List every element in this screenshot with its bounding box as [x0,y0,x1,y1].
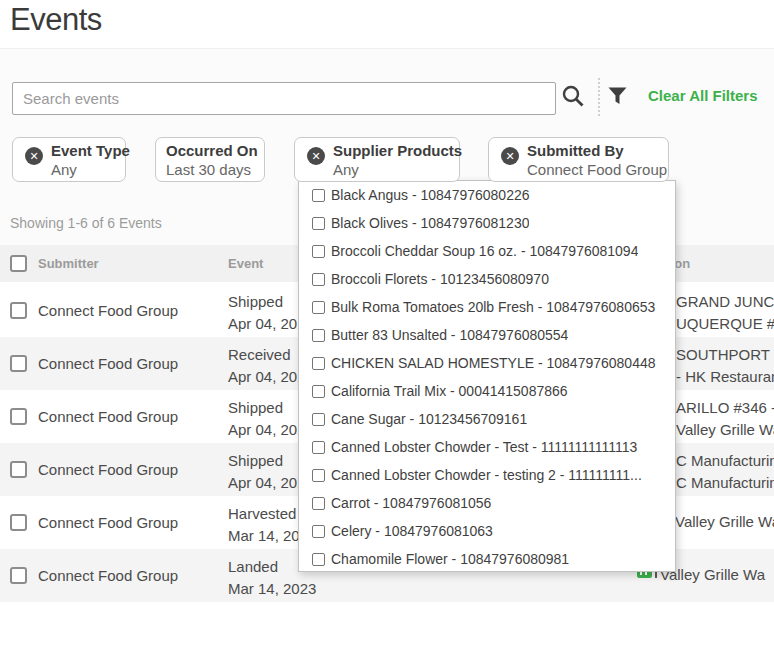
product-option[interactable]: Broccoli Cheddar Soup 16 oz. - 108479760… [299,237,675,265]
row-checkbox[interactable] [10,302,27,319]
location-cell: GRAND JUNCTI UQUERQUE #34 [676,291,774,335]
remove-filter-icon[interactable]: ✕ [25,147,43,165]
product-option[interactable]: Canned Lobster Chowder - testing 2 - 111… [299,461,675,489]
checkbox-icon[interactable] [312,441,325,454]
checkbox-icon[interactable] [312,525,325,538]
product-option[interactable]: Celery - 10847976081063 [299,517,675,545]
row-checkbox[interactable] [10,567,27,584]
product-option[interactable]: Bulk Roma Tomatoes 20lb Fresh - 10847976… [299,293,675,321]
events-page: Events Clear All Filters ✕ Event Type An… [0,0,774,658]
search-icon[interactable] [561,84,586,109]
location-cell: SOUTHPORT - C - HK Restauran [676,344,774,388]
submitter-cell: Connect Food Group [38,337,178,390]
row-checkbox[interactable] [10,355,27,372]
submitter-cell: Connect Food Group [38,443,178,496]
page-title: Events [10,2,102,38]
clear-all-filters-link[interactable]: Clear All Filters [648,87,757,104]
chip-value: Any [51,160,130,179]
results-summary: Showing 1-6 of 6 Events [10,215,162,231]
location-cell: Valley Grille Wa [675,511,774,533]
chip-value: Connect Food Group [527,160,667,179]
product-option[interactable]: Broccoli Florets - 10123456080970 [299,265,675,293]
column-header-event[interactable]: Event [228,245,263,282]
select-all-checkbox[interactable] [10,255,27,272]
product-option[interactable]: Cane Sugar - 10123456709161 [299,405,675,433]
checkbox-icon[interactable] [312,189,325,202]
checkbox-icon[interactable] [312,357,325,370]
product-option[interactable]: Butter 83 Unsalted - 10847976080554 [299,321,675,349]
filter-icon[interactable] [608,87,627,105]
column-header-submitter[interactable]: Submitter [38,245,99,282]
checkbox-icon[interactable] [312,273,325,286]
product-option[interactable]: Canned Lobster Chowder - Test - 11111111… [299,433,675,461]
filter-chip-event-type[interactable]: ✕ Event Type Any [12,137,126,182]
event-date: Mar 14, 2023 [228,578,316,600]
submitter-cell: Connect Food Group [38,390,178,443]
remove-filter-icon[interactable]: ✕ [501,147,519,165]
checkbox-icon[interactable] [312,245,325,258]
product-option[interactable]: Black Olives - 10847976081230 [299,209,675,237]
submitter-cell: Connect Food Group [38,284,178,337]
product-option[interactable]: Black Angus - 10847976080226 [299,181,675,209]
search-input[interactable] [12,82,556,115]
location-cell: C Manufacturin C Manufacturin [676,450,774,494]
row-checkbox[interactable] [10,408,27,425]
checkbox-icon[interactable] [312,497,325,510]
submitter-cell: Connect Food Group [38,549,178,602]
chip-value: Last 30 days [166,160,258,179]
chip-label: Occurred On [166,141,258,160]
chip-label: Supplier Products [333,141,462,160]
product-option[interactable]: California Trail Mix - 00041415087866 [299,377,675,405]
checkbox-icon[interactable] [312,217,325,230]
toolbar-divider [598,78,600,116]
checkbox-icon[interactable] [312,413,325,426]
supplier-products-dropdown: Black Angus - 10847976080226 Black Olive… [298,180,676,572]
chip-label: Submitted By [527,141,667,160]
submitter-cell: Connect Food Group [38,496,178,549]
row-checkbox[interactable] [10,514,27,531]
checkbox-icon[interactable] [312,385,325,398]
product-option[interactable]: CHICKEN SALAD HOMESTYLE - 10847976080448 [299,349,675,377]
chip-value: Any [333,160,462,179]
product-option[interactable]: Chamomile Flower - 10847976080981 [299,545,675,572]
checkbox-icon[interactable] [312,301,325,314]
checkbox-icon[interactable] [312,553,325,566]
chip-label: Event Type [51,141,130,160]
filter-chip-occurred-on[interactable]: Occurred On Last 30 days [155,137,265,182]
location-cell: ARILLO #346 - 0 Valley Grille War [676,397,774,441]
filter-chip-supplier-products[interactable]: ✕ Supplier Products Any [294,137,460,182]
remove-filter-icon[interactable]: ✕ [307,147,325,165]
product-option[interactable]: Carrot - 10847976081056 [299,489,675,517]
filter-chip-submitted-by[interactable]: ✕ Submitted By Connect Food Group [488,137,669,182]
row-checkbox[interactable] [10,461,27,478]
checkbox-icon[interactable] [312,329,325,342]
checkbox-icon[interactable] [312,469,325,482]
